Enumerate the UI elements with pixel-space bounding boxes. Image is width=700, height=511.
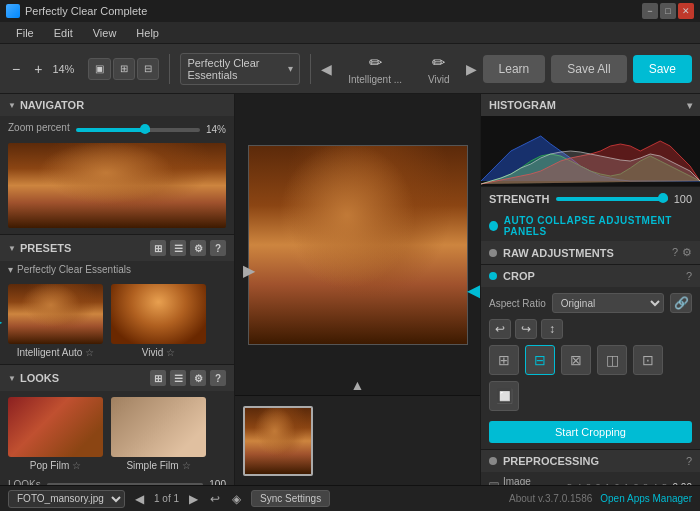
file-select[interactable]: FOTO_mansory.jpg [8,490,125,508]
split-view-button[interactable]: ⊞ [113,58,135,80]
raw-adjustments-section: RAW ADJUSTMENTS ? ⚙ [481,241,700,265]
look-star-simple-film[interactable]: ☆ [182,460,191,471]
image-ambulance-checkbox[interactable] [489,482,499,485]
preset-item-intelligent[interactable]: Intelligent Auto ☆ [8,284,103,358]
look-star-pop-film[interactable]: ☆ [72,460,81,471]
preset-group-header[interactable]: ▾ Perfectly Clear Essentials [0,261,234,278]
crop-rotate-left-icon[interactable]: ↩ [489,319,511,339]
crop-custom3-btn[interactable]: 🔲 [489,381,519,411]
aspect-ratio-row: Aspect Ratio Original 🔗 [489,293,692,313]
open-apps-link[interactable]: Open Apps Manager [600,493,692,504]
navigator-header[interactable]: ▼ NAVIGATOR [0,94,234,116]
compare-button[interactable]: ◈ [230,492,243,506]
crop-full-btn[interactable]: ⊞ [489,345,519,375]
zoom-value: 14% [206,124,226,135]
preset-star-intelligent[interactable]: ☆ [85,347,94,358]
vivid-tool[interactable]: ✏ Vivid [418,51,460,87]
crop-rotate-right-icon[interactable]: ↪ [515,319,537,339]
crop-link-icon[interactable]: 🔗 [670,293,692,313]
menu-edit[interactable]: Edit [46,25,81,41]
minus-zoom-button[interactable]: − [8,59,24,79]
single-view-button[interactable]: ▣ [88,58,111,80]
preset-item-vivid[interactable]: Vivid ☆ [111,284,206,358]
sync-settings-button[interactable]: Sync Settings [251,490,330,507]
look-item-simple-film[interactable]: Simple Film ☆ [111,397,206,471]
looks-label: LOOKs [8,479,41,485]
crop-section: CROP ? Aspect Ratio Original 🔗 ↩ ↪ ↕ [481,265,700,450]
look-item-pop-film[interactable]: Pop Film ☆ [8,397,103,471]
minimize-button[interactable]: − [642,3,658,19]
preset-right-arrow[interactable]: ▶ [466,61,477,77]
preset-selector[interactable]: Perfectly Clear Essentials ▾ [180,53,300,85]
left-panel-collapse-arrow[interactable]: ◀ [467,278,480,302]
preset-left-arrow[interactable]: ◀ [321,61,332,77]
histogram-arrow: ▾ [687,100,692,111]
crop-custom1-btn[interactable]: ◫ [597,345,627,375]
menu-view[interactable]: View [85,25,125,41]
looks-header[interactable]: ▼ LOOKS ⊞ ☰ ⚙ ? [0,365,234,391]
looks-grid-view[interactable]: ⊞ [150,370,166,386]
close-button[interactable]: ✕ [678,3,694,19]
menu-help[interactable]: Help [128,25,167,41]
right-panel: HISTOGRAM ▾ STRENGTH [480,94,700,485]
raw-settings-icon[interactable]: ⚙ [682,246,692,259]
looks-slider[interactable] [47,483,204,485]
crop-custom2-btn[interactable]: ⊡ [633,345,663,375]
preprocessing-help-icon[interactable]: ? [686,455,692,467]
maximize-button[interactable]: □ [660,3,676,19]
intelligent-auto-tool[interactable]: ✏ Intelligent ... [338,51,412,87]
intelligent-auto-icon: ✏ [369,53,382,72]
presets-grid-view[interactable]: ⊞ [150,240,166,256]
presets-settings[interactable]: ⚙ [190,240,206,256]
preprocessing-label: PREPROCESSING [503,455,680,467]
look-label-simple-film: Simple Film ☆ [126,460,190,471]
preprocessing-section: PREPROCESSING ? Image Ambulance 5 4 3 2 … [481,450,700,485]
looks-slider-row: LOOKs 100 [0,477,234,485]
strength-thumb [658,193,668,203]
crop-flip-icon[interactable]: ↕ [541,319,563,339]
presets-help[interactable]: ? [210,240,226,256]
presets-list-view[interactable]: ☰ [170,240,186,256]
menu-file[interactable]: File [8,25,42,41]
dual-view-button[interactable]: ⊟ [137,58,159,80]
save-button[interactable]: Save [633,55,692,83]
looks-value: 100 [209,479,226,485]
preprocessing-content: Image Ambulance 5 4 3 2 1 0 1 2 3 4 5 0,… [481,472,700,485]
crop-thirds-btn[interactable]: ⊟ [525,345,555,375]
filmstrip-collapse-arrow[interactable]: ▲ [351,377,365,393]
preprocessing-icons: ? [686,455,692,467]
crop-diag-btn[interactable]: ⊠ [561,345,591,375]
presets-header[interactable]: ▼ PRESETS ⊞ ☰ ⚙ ? [0,235,234,261]
navigator-preview [8,143,226,228]
auto-collapse-row[interactable]: AUTO COLLAPSE ADJUSTMENT PANELS [481,211,700,241]
save-all-button[interactable]: Save All [551,55,626,83]
right-panel-collapse-arrow[interactable]: ▶ [243,260,255,279]
strength-row: STRENGTH 100 [481,187,700,211]
raw-adjustments-header[interactable]: RAW ADJUSTMENTS ? ⚙ [481,241,700,264]
preprocessing-header[interactable]: PREPROCESSING ? [481,450,700,472]
crop-header[interactable]: CROP ? [481,265,700,287]
preset-star-vivid[interactable]: ☆ [166,347,175,358]
looks-settings[interactable]: ⚙ [190,370,206,386]
intelligent-auto-label: Intelligent ... [348,74,402,85]
image-ambulance-label: Image Ambulance [503,476,563,485]
prev-button[interactable]: ◀ [133,492,146,506]
looks-help[interactable]: ? [210,370,226,386]
aspect-ratio-select[interactable]: Original [552,293,664,313]
start-cropping-button[interactable]: Start Cropping [489,421,692,443]
learn-button[interactable]: Learn [483,55,546,83]
crop-controls-row: ↩ ↪ ↕ [489,319,692,339]
zoom-slider[interactable] [76,128,200,132]
crop-help-icon[interactable]: ? [686,270,692,282]
plus-zoom-button[interactable]: + [30,59,46,79]
filmstrip-thumb-1[interactable] [243,406,313,476]
histogram-header[interactable]: HISTOGRAM ▾ [481,94,700,116]
next-button[interactable]: ▶ [187,492,200,506]
navigator-content: Zoom percent 14% [0,116,234,234]
raw-help-icon[interactable]: ? [672,246,678,259]
reset-button[interactable]: ↩ [208,492,222,506]
strength-slider[interactable] [556,197,668,201]
looks-grid: Pop Film ☆ Simple Film ☆ [0,391,234,477]
looks-list-view[interactable]: ☰ [170,370,186,386]
histogram-canvas [481,116,700,186]
